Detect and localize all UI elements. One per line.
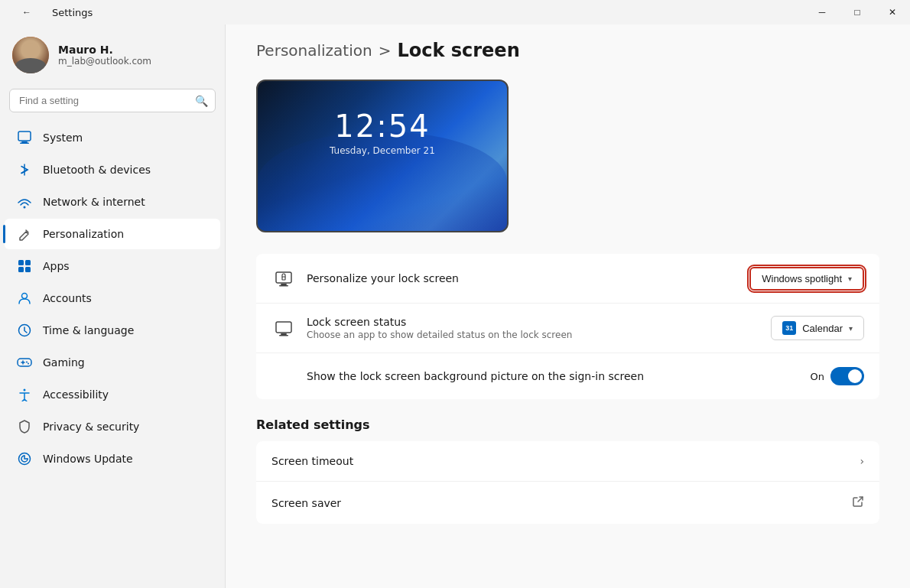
network-label: Network & internet: [43, 196, 145, 208]
nav-accessibility[interactable]: Accessibility: [5, 379, 220, 410]
settings-section-main: Personalize your lock screen Windows spo…: [256, 254, 879, 399]
accounts-label: Accounts: [43, 292, 92, 304]
nav-personalization[interactable]: Personalization: [5, 219, 220, 249]
apps-icon: [17, 258, 32, 274]
user-profile[interactable]: Mauro H. m_lab@outlook.com: [0, 24, 225, 89]
bluetooth-label: Bluetooth & devices: [43, 164, 151, 176]
page-title: Lock screen: [397, 40, 519, 61]
svg-point-3: [24, 206, 26, 209]
titlebar: ← Settings ─ □ ✕: [0, 0, 910, 24]
personalize-content: Personalize your lock screen: [307, 272, 749, 284]
svg-rect-19: [276, 322, 291, 333]
nav-bluetooth[interactable]: Bluetooth & devices: [5, 154, 220, 185]
background-content: Show the lock screen background picture …: [271, 370, 811, 382]
svg-rect-5: [25, 260, 31, 265]
bluetooth-icon: [17, 162, 32, 177]
status-title: Lock screen status: [307, 316, 771, 328]
external-link-icon: [852, 495, 864, 510]
close-button[interactable]: ✕: [875, 0, 910, 24]
breadcrumb: Personalization > Lock screen: [256, 40, 879, 61]
screen-timeout-row[interactable]: Screen timeout ›: [256, 441, 879, 482]
personalization-label: Personalization: [43, 228, 124, 240]
time-label: Time & language: [43, 324, 134, 336]
user-name: Mauro H.: [58, 44, 151, 56]
search-icon: 🔍: [195, 95, 208, 107]
minimize-button[interactable]: ─: [804, 0, 840, 24]
screen-timeout-label: Screen timeout: [271, 455, 860, 467]
status-content: Lock screen status Choose an app to show…: [307, 316, 771, 340]
update-label: Windows Update: [43, 453, 133, 465]
svg-point-11: [26, 362, 28, 363]
related-settings-header: Related settings: [256, 417, 879, 432]
accessibility-icon: [17, 387, 32, 402]
apps-label: Apps: [43, 260, 70, 272]
user-info: Mauro H. m_lab@outlook.com: [58, 44, 151, 67]
nav-apps[interactable]: Apps: [5, 251, 220, 281]
nav-privacy[interactable]: Privacy & security: [5, 411, 220, 442]
svg-rect-20: [281, 333, 287, 335]
window-controls: ─ □ ✕: [804, 0, 910, 24]
screen-timeout-chevron: ›: [860, 455, 864, 467]
svg-rect-4: [18, 260, 24, 265]
toggle-thumb: [848, 369, 862, 383]
svg-rect-7: [25, 267, 31, 272]
svg-point-13: [24, 389, 26, 391]
personalize-dropdown-arrow: ▾: [848, 275, 852, 283]
gaming-icon: [17, 355, 32, 370]
personalize-control: Windows spotlight ▾: [749, 267, 864, 291]
status-desc: Choose an app to show detailed status on…: [307, 330, 771, 340]
personalization-icon: [17, 226, 32, 242]
svg-point-12: [28, 363, 29, 365]
maximize-button[interactable]: □: [840, 0, 875, 24]
background-toggle[interactable]: [830, 367, 864, 385]
preview-time: 12:54: [334, 109, 430, 144]
nav-update[interactable]: Windows Update: [5, 443, 220, 474]
time-icon: [17, 323, 32, 338]
status-control: 31 Calendar ▾: [771, 316, 864, 340]
status-dropdown[interactable]: 31 Calendar ▾: [771, 316, 864, 340]
background-control: On: [811, 367, 864, 385]
preview-date: Tuesday, December 21: [330, 145, 435, 156]
privacy-label: Privacy & security: [43, 421, 139, 433]
nav-time[interactable]: Time & language: [5, 315, 220, 346]
svg-rect-16: [281, 284, 287, 285]
status-value: Calendar: [802, 323, 843, 334]
svg-rect-2: [20, 143, 29, 145]
main-content: Personalization > Lock screen 12:54 Tues…: [225, 24, 910, 588]
screen-saver-label: Screen saver: [271, 497, 852, 509]
nav-gaming[interactable]: Gaming: [5, 347, 220, 378]
personalize-lock-screen-row: Personalize your lock screen Windows spo…: [256, 254, 879, 304]
breadcrumb-parent[interactable]: Personalization: [256, 41, 372, 60]
personalize-value: Windows spotlight: [762, 273, 842, 284]
nav-accounts[interactable]: Accounts: [5, 283, 220, 313]
related-section: Screen timeout › Screen saver: [256, 441, 879, 524]
avatar: [12, 37, 49, 73]
system-label: System: [43, 132, 83, 144]
breadcrumb-separator: >: [379, 41, 392, 60]
nav-system[interactable]: System: [5, 122, 220, 153]
svg-rect-18: [282, 277, 285, 280]
lock-screen-icon: [271, 266, 296, 291]
screen-saver-row[interactable]: Screen saver: [256, 482, 879, 524]
svg-rect-21: [279, 335, 288, 336]
show-background-row: Show the lock screen background picture …: [256, 353, 879, 399]
background-title: Show the lock screen background picture …: [307, 370, 811, 382]
nav-network[interactable]: Network & internet: [5, 187, 220, 217]
app-body: Mauro H. m_lab@outlook.com 🔍 System Blue…: [0, 24, 910, 588]
titlebar-left: ← Settings: [9, 0, 93, 24]
svg-rect-17: [279, 285, 288, 287]
search-input[interactable]: [9, 89, 216, 112]
system-icon: [17, 130, 32, 145]
svg-rect-6: [18, 267, 24, 272]
status-icon: [271, 316, 296, 340]
personalize-dropdown[interactable]: Windows spotlight ▾: [749, 267, 864, 291]
user-email: m_lab@outlook.com: [58, 56, 151, 67]
lock-screen-preview: 12:54 Tuesday, December 21: [256, 80, 509, 232]
status-dropdown-arrow: ▾: [849, 324, 853, 333]
back-button[interactable]: ←: [9, 0, 44, 24]
personalize-title: Personalize your lock screen: [307, 272, 749, 284]
search-box: 🔍: [9, 89, 216, 112]
accounts-icon: [17, 291, 32, 306]
svg-rect-0: [18, 132, 31, 141]
calendar-icon: 31: [782, 321, 796, 335]
